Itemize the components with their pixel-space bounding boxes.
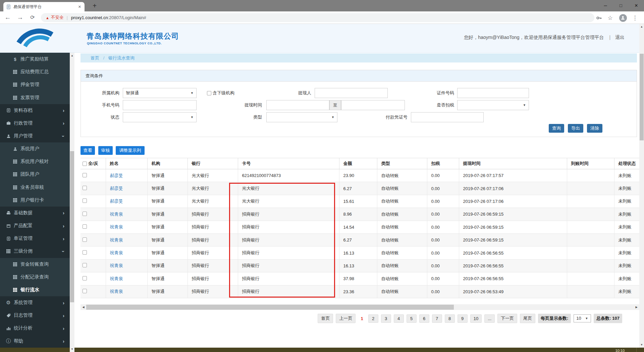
page-number-current[interactable]: 1 — [358, 315, 365, 322]
status-select[interactable]: ▼ — [123, 112, 197, 122]
withdraw-time-from-input[interactable] — [266, 100, 329, 110]
row-checkbox[interactable] — [83, 186, 87, 190]
horizontal-scrollbar-thumb[interactable] — [86, 305, 454, 310]
back-icon[interactable]: ← — [3, 11, 13, 24]
audit-button[interactable]: 审核 — [98, 146, 113, 155]
page-first-button[interactable]: 首页 — [318, 314, 333, 323]
row-checkbox[interactable] — [83, 250, 87, 255]
sidebar-item-业务员审核[interactable]: 业务员审核 — [0, 181, 70, 194]
page-ellipsis[interactable]: ... — [484, 314, 495, 323]
phone-input[interactable] — [123, 100, 197, 110]
page-number-button[interactable]: 10 — [470, 314, 482, 323]
tab-close-icon[interactable]: ✕ — [77, 5, 82, 9]
sidebar-item-日志管理[interactable]: 日志管理› — [0, 309, 70, 322]
page-prev-button[interactable]: 上一页 — [336, 314, 356, 323]
name-link[interactable]: 郝彦旻 — [110, 173, 123, 178]
row-checkbox[interactable] — [83, 263, 87, 267]
withdrawer-input[interactable] — [315, 88, 388, 98]
sidebar-item-分配记录查询[interactable]: 分配记录查询 — [0, 271, 70, 283]
profile-avatar-icon[interactable] — [619, 13, 627, 22]
page-number-button[interactable]: 8 — [445, 314, 455, 323]
include-sub-checkbox[interactable] — [207, 91, 211, 95]
sidebar-item-行政管理[interactable]: 行政管理› — [0, 117, 70, 130]
type-select[interactable]: ▼ — [266, 112, 337, 122]
tax-select[interactable]: ▼ — [457, 100, 529, 110]
sidebar-item-系统用户核对[interactable]: 系统用户核对 — [0, 155, 70, 168]
row-checkbox[interactable] — [83, 276, 87, 280]
name-link[interactable]: 郝彦旻 — [110, 199, 123, 204]
sidebar-item-用户管理[interactable]: 用户管理› — [0, 130, 70, 142]
sidebar-item-推广奖励结算[interactable]: $推广奖励结算 — [0, 53, 70, 65]
row-checkbox[interactable] — [83, 289, 87, 293]
page-number-button[interactable]: 9 — [458, 314, 468, 323]
forward-icon[interactable]: → — [15, 11, 25, 24]
page-number-button[interactable]: 4 — [394, 314, 404, 323]
view-button[interactable]: 查看 — [80, 146, 95, 155]
name-link[interactable]: 祝青泉 — [110, 276, 123, 281]
row-checkbox[interactable] — [83, 212, 87, 216]
row-checkbox[interactable] — [83, 237, 87, 242]
sidebar-item-资金转账查询[interactable]: 资金转账查询 — [0, 258, 70, 271]
clear-button[interactable]: 清除 — [587, 124, 602, 133]
row-checkbox[interactable] — [83, 173, 87, 177]
security-warning-text[interactable]: 不安全 — [51, 15, 64, 20]
sidebar-item-统计分析[interactable]: 统计分析› — [0, 322, 70, 335]
voucher-input[interactable] — [411, 112, 484, 122]
scroll-up-icon[interactable]: ▲ — [639, 24, 644, 30]
sidebar-item-系统管理[interactable]: ⚙系统管理› — [0, 296, 70, 309]
refresh-icon[interactable]: ⟳ — [28, 11, 38, 24]
include-sub-org[interactable]: 含下级机构 — [207, 88, 234, 98]
page-number-button[interactable]: 2 — [368, 314, 378, 323]
new-tab-button[interactable]: + — [90, 1, 99, 10]
name-link[interactable]: 郝彦旻 — [110, 186, 123, 191]
sidebar-item-资料存档[interactable]: 资料存档› — [0, 104, 70, 117]
table-horizontal-scrollbar[interactable]: ◀ ▶ — [80, 304, 639, 310]
name-link[interactable]: 祝青泉 — [110, 250, 123, 255]
id-number-input[interactable] — [457, 88, 529, 98]
export-button[interactable]: 导出 — [568, 124, 583, 133]
per-page-select[interactable]: 10▼ — [574, 314, 591, 322]
scroll-left-icon[interactable]: ◀ — [80, 304, 86, 310]
sidebar-item-应结费用汇总[interactable]: 应结费用汇总 — [0, 65, 70, 78]
org-select[interactable]: 智择通 ▼ — [123, 88, 197, 98]
row-checkbox[interactable] — [83, 199, 87, 203]
withdraw-time-to-input[interactable] — [341, 100, 405, 110]
name-link[interactable]: 祝青泉 — [110, 224, 123, 229]
scroll-down-icon[interactable]: ▼ — [639, 342, 644, 348]
row-checkbox[interactable] — [83, 224, 87, 229]
name-link[interactable]: 祝青泉 — [110, 289, 123, 294]
page-number-button[interactable]: 5 — [407, 314, 417, 323]
sidebar-item-押金管理[interactable]: 押金管理 — [0, 78, 70, 91]
page-scrollbar-thumb[interactable] — [640, 54, 644, 140]
name-link[interactable]: 祝青泉 — [110, 263, 123, 268]
search-button[interactable]: 查询 — [549, 124, 564, 133]
page-number-button[interactable]: 3 — [381, 314, 391, 323]
address-bar[interactable]: ▲ 不安全 | proxy1.countnet.cn :20807/Login/… — [41, 13, 594, 22]
sidebar-item-帮助[interactable]: ⓘ帮助› — [0, 335, 70, 347]
sidebar-item-三级分佣[interactable]: 三级分佣› — [0, 245, 70, 258]
sidebar-item-团队用户[interactable]: 团队用户 — [0, 168, 70, 181]
adjust-columns-button[interactable]: 调整显示列 — [116, 146, 145, 155]
logout-link[interactable]: 退出 — [615, 35, 625, 40]
sidebar-item-产品配置[interactable]: 产品配置› — [0, 219, 70, 232]
sidebar-item-基础数据[interactable]: 基础数据› — [0, 207, 70, 219]
browser-menu-icon[interactable]: ⋮ — [631, 13, 639, 22]
password-key-icon[interactable] — [594, 13, 603, 22]
sidebar-item-发票管理[interactable]: 发票管理 — [0, 91, 70, 104]
scroll-right-icon[interactable]: ▶ — [634, 304, 639, 310]
name-link[interactable]: 祝青泉 — [110, 212, 123, 217]
window-minimize-button[interactable]: ─ — [598, 0, 613, 11]
scroll-down-icon[interactable]: ▼ — [70, 346, 74, 352]
breadcrumb-home-link[interactable]: 首页 — [91, 55, 99, 60]
sidebar-scrollbar-thumb[interactable] — [70, 151, 74, 302]
page-number-button[interactable]: 6 — [419, 314, 429, 323]
sidebar-item-银行流水[interactable]: 银行流水 — [0, 283, 70, 296]
page-scrollbar[interactable]: ▲ ▼ — [639, 24, 644, 348]
page-next-button[interactable]: 下一页 — [497, 314, 517, 323]
name-link[interactable]: 祝青泉 — [110, 237, 123, 243]
scroll-up-icon[interactable]: ▲ — [70, 53, 74, 58]
browser-tab[interactable]: 易保通管理平台 ✕ — [3, 2, 85, 11]
select-all-checkbox[interactable] — [83, 162, 87, 166]
window-maximize-button[interactable]: □ — [613, 0, 629, 11]
page-number-button[interactable]: 7 — [432, 314, 442, 323]
